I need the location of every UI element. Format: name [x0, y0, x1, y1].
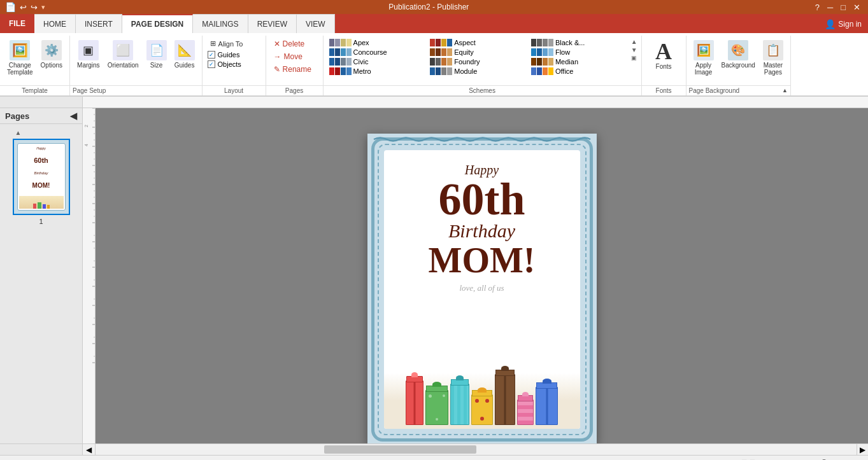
orientation-btn[interactable]: ⬜ Orientation: [104, 38, 142, 71]
page-thumbnail-1[interactable]: Happy 60th Birthday MOM!: [13, 139, 70, 215]
page-nav-arrow[interactable]: ▲: [15, 129, 22, 136]
tab-home[interactable]: HOME: [34, 14, 76, 33]
guides-btn[interactable]: 📐 Guides: [171, 38, 198, 71]
page-thumbnail-area: ▲ Happy 60th Birthday MOM!: [0, 124, 82, 230]
pages-panel: Pages ◀ ▲ Happy 60th Birthday MOM!: [0, 108, 83, 443]
scheme-foundry[interactable]: Foundry: [428, 57, 529, 66]
card-birthday-text: Birthday: [448, 220, 515, 241]
margins-btn[interactable]: ▣ Margins: [74, 38, 103, 71]
tab-view[interactable]: VIEW: [297, 14, 335, 33]
vertical-ruler: 2 4: [83, 108, 96, 443]
pages-panel-title: Pages: [5, 111, 29, 121]
align-to-btn[interactable]: ⊞ Align To: [208, 38, 246, 49]
schemes-more[interactable]: ▣: [631, 55, 637, 61]
sign-in-btn[interactable]: 👤 Sign in: [818, 15, 868, 33]
layout-group-label: Layout: [203, 85, 266, 95]
template-group-label: Template: [0, 85, 69, 95]
scheme-civic[interactable]: Civic: [327, 57, 428, 66]
scroll-left-btn[interactable]: ◀: [83, 444, 96, 455]
schemes-scroll-down[interactable]: ▼: [631, 46, 637, 53]
pages-panel-collapse[interactable]: ◀: [70, 111, 77, 121]
scheme-aspect[interactable]: Aspect: [428, 38, 529, 47]
title-bar: 📄 ↩ ↪ ▾ Publication2 - Publisher ? ─ □ ✕: [0, 0, 868, 14]
minimize-btn[interactable]: ─: [825, 3, 836, 12]
background-btn[interactable]: 🎨 Background: [718, 38, 758, 71]
page-bg-expand[interactable]: ▲: [782, 87, 788, 94]
svg-text:4: 4: [84, 144, 89, 146]
tab-mailings[interactable]: MAILINGS: [193, 14, 248, 33]
window-title: Publication2 - Publisher: [45, 3, 813, 11]
svg-text:2: 2: [84, 125, 89, 127]
guides-checkbox[interactable]: ✓ Guides: [208, 51, 240, 59]
help-btn[interactable]: ?: [813, 3, 822, 12]
h-scrollbar-track[interactable]: [96, 444, 857, 455]
zoom-in-btn[interactable]: +: [836, 457, 841, 461]
apply-image-btn[interactable]: 🖼️ ApplyImage: [690, 38, 717, 78]
scheme-apex[interactable]: Apex: [327, 38, 428, 47]
rename-btn[interactable]: ✎ Rename: [271, 64, 314, 75]
page-background-group-label: Page Background ▲: [687, 85, 790, 95]
pages-group-label: Pages: [266, 85, 323, 95]
tab-file[interactable]: FILE: [0, 14, 34, 33]
scroll-right-btn[interactable]: ▶: [857, 444, 868, 455]
master-pages-btn[interactable]: 📋 MasterPages: [760, 38, 786, 78]
size-btn[interactable]: 📄 Size: [143, 38, 170, 71]
horizontal-scrollbar[interactable]: ◀ ▶: [0, 443, 868, 455]
tab-review[interactable]: REVIEW: [248, 14, 297, 33]
card-60th-text: 60th: [438, 179, 525, 220]
scheme-metro[interactable]: Metro: [327, 67, 428, 76]
change-template-btn[interactable]: 🖼️ ChangeTemplate: [4, 38, 36, 78]
canvas-area[interactable]: Happy 60th Birthday MOM! love, all of us: [96, 108, 868, 443]
h-scrollbar-thumb[interactable]: [324, 445, 476, 454]
maximize-btn[interactable]: □: [838, 3, 848, 12]
card-mom-text: MOM!: [429, 242, 536, 278]
move-btn[interactable]: → Move: [271, 51, 305, 62]
scheme-office[interactable]: Office: [529, 67, 630, 76]
tab-bar: FILE HOME INSERT PAGE DESIGN MAILINGS RE…: [0, 14, 868, 33]
scheme-concourse[interactable]: Concourse: [327, 48, 428, 57]
zoom-out-btn[interactable]: −: [762, 457, 767, 461]
horizontal-ruler: [0, 97, 868, 108]
tab-page-design[interactable]: PAGE DESIGN: [122, 14, 193, 33]
objects-checkbox[interactable]: ✓ Objects: [208, 60, 241, 68]
svg-rect-0: [83, 108, 96, 443]
status-bar: PAGE: 1 OF 1 ↖ ⌨️ ⊟ ⊞ | − + 25%: [0, 455, 868, 460]
scheme-module[interactable]: Module: [428, 67, 529, 76]
schemes-scroll-up[interactable]: ▲: [631, 38, 637, 45]
scheme-flow[interactable]: Flow: [529, 48, 630, 57]
redo-btn[interactable]: ↪: [31, 3, 38, 12]
scheme-equity[interactable]: Equity: [428, 48, 529, 57]
fonts-group-label: Fonts: [642, 85, 686, 95]
scheme-median[interactable]: Median: [529, 57, 630, 66]
page-setup-group-label: Page Setup: [70, 85, 202, 95]
ribbon: 🖼️ ChangeTemplate ⚙️ Options Template ▣ …: [0, 33, 868, 97]
card-love-text: love, all of us: [459, 283, 504, 293]
quick-access[interactable]: ↩: [20, 3, 27, 12]
tab-insert[interactable]: INSERT: [76, 14, 122, 33]
close-btn[interactable]: ✕: [851, 3, 863, 12]
fonts-btn[interactable]: A Fonts: [651, 38, 676, 72]
delete-btn[interactable]: ✕ Delete: [271, 38, 308, 50]
publication-canvas: Happy 60th Birthday MOM! love, all of us: [367, 134, 597, 443]
schemes-group-label: Schemes: [324, 85, 641, 95]
page-number: 1: [39, 218, 43, 225]
scheme-black[interactable]: Black &...: [529, 38, 630, 47]
options-btn[interactable]: ⚙️ Options: [38, 38, 66, 71]
